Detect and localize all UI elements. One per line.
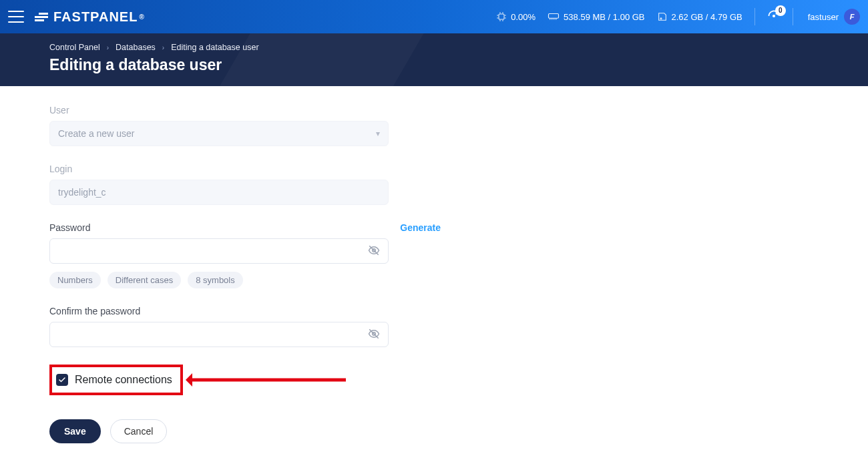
login-value: trydelight_c xyxy=(58,187,106,198)
brand-logo[interactable]: FASTPANEL ® xyxy=(35,9,145,25)
login-input[interactable]: trydelight_c xyxy=(49,180,389,205)
login-field: Login trydelight_c xyxy=(49,164,441,205)
page-title: Editing a database user xyxy=(49,56,868,74)
breadcrumb-current: Editing a database user xyxy=(171,43,258,52)
user-menu[interactable]: fastuser F xyxy=(805,9,860,25)
svg-point-3 xyxy=(773,15,775,17)
topbar-divider xyxy=(754,8,755,25)
disk-value: 2.62 GB / 4.79 GB xyxy=(672,12,742,22)
disk-icon xyxy=(657,11,668,22)
password-label-row: Password Generate xyxy=(49,222,441,233)
disk-metric[interactable]: 2.62 GB / 4.79 GB xyxy=(657,11,742,22)
topbar-right: 0.00% 538.59 MB / 1.00 GB 2.62 GB / 4.79… xyxy=(496,8,860,25)
form: User Create a new user ▾ Login trydeligh… xyxy=(0,86,441,460)
user-select-value: Create a new user xyxy=(58,128,134,139)
chevron-right-icon: › xyxy=(162,44,164,51)
confirm-label: Confirm the password xyxy=(49,306,441,316)
notifications-button[interactable]: 0 xyxy=(767,9,781,25)
annotation-arrow-icon xyxy=(186,376,346,384)
eye-off-icon[interactable] xyxy=(368,244,380,258)
rule-cases: Different cases xyxy=(107,272,181,288)
username: fastuser xyxy=(808,12,839,22)
user-select[interactable]: Create a new user ▾ xyxy=(49,121,389,146)
breadcrumb-home[interactable]: Control Panel xyxy=(49,43,100,52)
cpu-icon xyxy=(496,11,507,22)
remote-connections-label: Remote connections xyxy=(75,374,172,386)
cpu-metric[interactable]: 0.00% xyxy=(496,11,535,22)
topbar: FASTPANEL ® 0.00% 538.59 MB / 1.00 GB 2.… xyxy=(0,0,868,33)
menu-icon[interactable] xyxy=(8,11,24,23)
password-label: Password xyxy=(49,222,90,233)
brand-mark-icon xyxy=(35,13,48,21)
svg-rect-0 xyxy=(499,14,504,19)
svg-rect-1 xyxy=(549,14,559,19)
cpu-value: 0.00% xyxy=(511,12,535,22)
chevron-down-icon: ▾ xyxy=(376,129,380,138)
ram-icon xyxy=(548,12,560,21)
user-label: User xyxy=(49,105,441,116)
password-rules: Numbers Different cases 8 symbols xyxy=(49,272,441,288)
rule-numbers: Numbers xyxy=(49,272,101,288)
eye-off-icon[interactable] xyxy=(368,328,380,342)
rule-symbols: 8 symbols xyxy=(188,272,243,288)
subheader: Control Panel › Databases › Editing a da… xyxy=(0,33,868,86)
confirm-input[interactable] xyxy=(49,322,389,347)
ram-metric[interactable]: 538.59 MB / 1.00 GB xyxy=(548,12,644,22)
cancel-button[interactable]: Cancel xyxy=(110,419,168,443)
password-input[interactable] xyxy=(49,238,389,264)
user-field: User Create a new user ▾ xyxy=(49,105,441,146)
breadcrumb: Control Panel › Databases › Editing a da… xyxy=(49,43,868,52)
svg-point-2 xyxy=(660,18,662,19)
remote-connections-highlight: Remote connections xyxy=(49,365,183,395)
notif-badge: 0 xyxy=(775,5,786,16)
brand-text: FASTPANEL xyxy=(53,9,138,25)
save-button[interactable]: Save xyxy=(49,419,101,443)
avatar: F xyxy=(844,9,860,25)
chevron-right-icon: › xyxy=(107,44,109,51)
ram-value: 538.59 MB / 1.00 GB xyxy=(564,12,644,22)
confirm-field: Confirm the password xyxy=(49,306,441,347)
breadcrumb-databases[interactable]: Databases xyxy=(116,43,156,52)
password-field: Password Generate Numbers Different case… xyxy=(49,222,441,288)
login-label: Login xyxy=(49,164,441,174)
checkbox-checked-icon xyxy=(56,374,68,386)
form-actions: Save Cancel xyxy=(49,419,441,443)
brand-registered: ® xyxy=(139,13,144,21)
remote-connections-checkbox[interactable]: Remote connections xyxy=(56,374,172,386)
topbar-divider-2 xyxy=(793,8,793,25)
generate-link[interactable]: Generate xyxy=(400,222,441,233)
